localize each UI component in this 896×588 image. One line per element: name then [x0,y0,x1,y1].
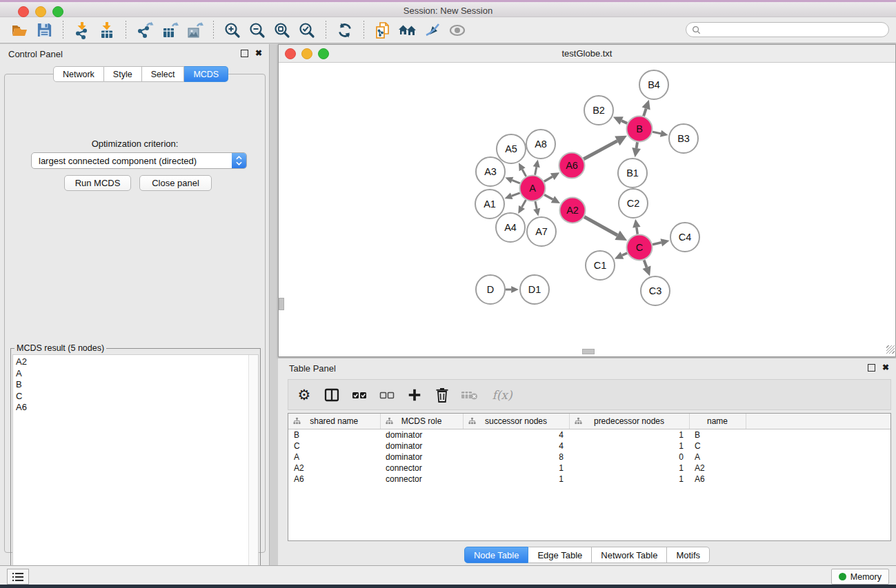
graph-edge-B-B2[interactable] [613,116,627,125]
apply-layout-button[interactable] [332,19,357,41]
table-row[interactable]: A2connector11A2 [288,463,890,474]
import-network-button[interactable] [70,19,94,41]
graph-edge-A-A6[interactable] [544,172,559,181]
graph-edge-A-A7[interactable] [533,201,540,216]
zoom-out-button[interactable] [245,19,270,41]
graph-edge-B-B4[interactable] [642,100,650,116]
graph-edge-A-A4[interactable] [518,200,526,214]
graph-node-C3[interactable]: C3 [641,276,670,305]
graph-edge-A-A8[interactable] [533,160,540,175]
export-network-button[interactable] [132,19,157,41]
graph-node-C2[interactable]: C2 [619,189,648,218]
graph-node-A7[interactable]: A7 [527,217,556,246]
graph-edge-A2-C[interactable] [584,216,627,241]
tab-mcds[interactable]: MCDS [184,66,228,82]
tab-style[interactable]: Style [104,66,142,82]
mcds-result-item[interactable]: C [16,391,247,403]
network-browser-button[interactable] [395,19,420,41]
graph-edge-A-A5[interactable] [519,163,526,176]
tab-select[interactable]: Select [142,66,185,82]
graph-node-D1[interactable]: D1 [520,275,549,304]
graph-node-B3[interactable]: B3 [669,124,698,153]
graph-node-B2[interactable]: B2 [584,96,613,125]
delete-table-button[interactable] [461,386,479,404]
graph-node-C[interactable]: C [627,235,653,261]
graph-node-A2[interactable]: A2 [560,198,586,223]
new-network-from-selection-button[interactable] [370,19,395,41]
graph-edge-C-C2[interactable] [633,219,640,234]
table-row[interactable]: Adominator80A [288,452,890,463]
graph-edge-A-A3[interactable] [505,177,519,183]
graph-edge-A6-B[interactable] [584,136,627,159]
export-table-button[interactable] [157,19,182,41]
zoom-selected-button[interactable] [295,19,319,41]
tab-node-table[interactable]: Node Table [464,547,529,563]
run-mcds-button[interactable]: Run MCDS [64,175,131,191]
table-row[interactable]: Cdominator41C [288,440,890,452]
graph-node-C4[interactable]: C4 [670,223,699,252]
graph-node-C1[interactable]: C1 [586,251,615,280]
canvas-horizontal-scrollbar[interactable] [582,349,595,354]
memory-button[interactable]: Memory [831,569,889,585]
close-panel-button[interactable]: Close panel [139,175,212,191]
show-log-button[interactable] [7,569,29,585]
export-image-button[interactable] [182,19,207,41]
graph-edge-A-A1[interactable] [505,192,520,199]
show-graphics-details-button[interactable] [445,19,470,41]
table-settings-button[interactable]: ⚙ [295,386,313,404]
criterion-dropdown[interactable]: largest connected component (directed) [31,152,247,169]
delete-column-button[interactable] [433,386,451,404]
tab-network-table[interactable]: Network Table [592,547,667,563]
graph-node-A8[interactable]: A8 [526,130,555,159]
column-header-name[interactable]: name [689,414,746,429]
graph-node-A4[interactable]: A4 [496,213,525,242]
save-session-button[interactable] [32,19,57,41]
mcds-result-item[interactable]: A6 [16,402,247,414]
network-canvas[interactable]: B4B2BB3A8A5A6A3B1AA1C2A2A4A7C4CC1C3DD1 [279,63,895,354]
graph-node-A[interactable]: A [520,176,546,201]
column-header-mcds-role[interactable]: MCDS role [380,414,463,429]
create-column-button[interactable] [406,386,424,404]
graph-edge-B-B3[interactable] [653,130,668,137]
mcds-result-item[interactable]: A [16,368,247,380]
graph-node-A3[interactable]: A3 [476,157,505,186]
select-all-columns-button[interactable] [350,386,368,404]
open-session-button[interactable] [7,19,32,41]
column-header-predecessor-nodes[interactable]: predecessor nodes [569,414,689,429]
graph-node-D[interactable]: D [476,275,505,304]
table-row[interactable]: Bdominator41B [288,429,890,441]
mcds-list-scrollbar[interactable] [248,355,258,572]
window-resize-grip[interactable] [886,345,895,354]
graph-edge-D-D1[interactable] [506,286,519,293]
table-row[interactable]: A6connector11A6 [288,474,890,485]
tab-edge-table[interactable]: Edge Table [528,547,592,563]
tab-motifs[interactable]: Motifs [667,547,710,563]
graph-node-B1[interactable]: B1 [618,159,647,187]
mcds-result-item[interactable]: A2 [16,356,247,368]
graph-edge-C-C1[interactable] [615,252,627,258]
show-columns-button[interactable] [323,386,341,404]
mcds-result-item[interactable]: B [16,379,247,391]
graph-node-B[interactable]: B [627,116,653,142]
float-panel-icon[interactable] [241,50,248,57]
zoom-in-button[interactable] [220,19,245,41]
graph-edge-C-C4[interactable] [653,239,670,246]
apply-function-button[interactable]: f(x) [488,386,516,404]
graph-edge-B-B1[interactable] [632,142,641,157]
search-field[interactable] [686,22,889,37]
graph-node-B4[interactable]: B4 [639,70,668,99]
float-table-panel-icon[interactable] [868,364,875,372]
graph-node-A1[interactable]: A1 [475,190,504,219]
import-table-button[interactable] [94,19,119,41]
close-panel-icon[interactable]: ✖ [255,49,262,57]
column-header-shared-name[interactable]: shared name [288,414,380,429]
unselect-all-columns-button[interactable] [378,386,396,404]
tab-network[interactable]: Network [53,66,104,82]
close-table-panel-icon[interactable]: ✖ [882,363,889,372]
canvas-vertical-scrollbar[interactable] [279,298,284,310]
graph-node-A5[interactable]: A5 [497,134,526,163]
graph-edge-A-A2[interactable] [544,194,560,203]
graph-edge-C-C3[interactable] [643,260,651,276]
column-header-successor-nodes[interactable]: successor nodes [463,414,569,429]
graph-node-A6[interactable]: A6 [559,153,585,179]
